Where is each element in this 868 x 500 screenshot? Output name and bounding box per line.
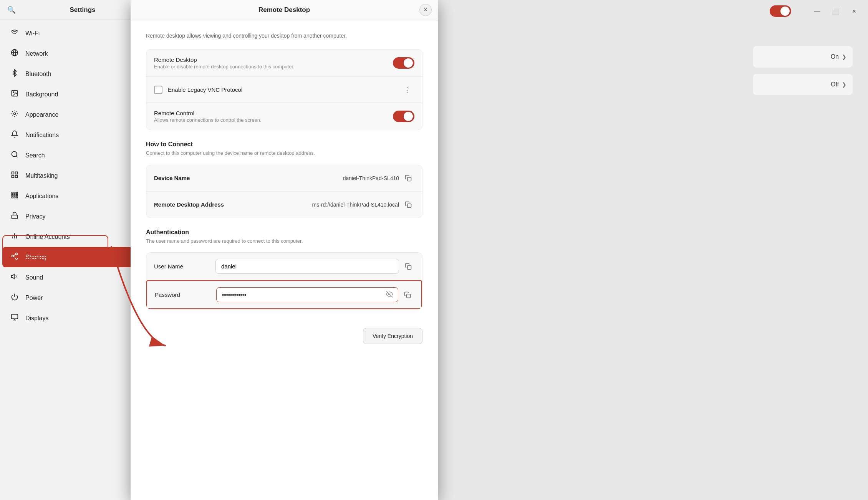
copy-password-button[interactable] xyxy=(401,289,414,301)
info-box-off-value: Off xyxy=(831,81,839,88)
username-input-container xyxy=(215,259,399,274)
sharing-icon xyxy=(10,252,19,262)
right-info-boxes: On ❯ Off ❯ xyxy=(753,46,853,95)
remote-address-label: Remote Desktop Address xyxy=(154,201,239,208)
copy-device-name-button[interactable] xyxy=(402,172,414,184)
copy-remote-address-button[interactable] xyxy=(402,199,414,211)
device-name-row: Device Name daniel-ThinkPad-SL410 xyxy=(146,165,422,192)
svg-rect-8 xyxy=(12,172,14,174)
sound-icon xyxy=(10,273,19,282)
applications-icon xyxy=(10,191,19,201)
search-button[interactable]: 🔍 xyxy=(5,3,18,17)
svg-marker-27 xyxy=(12,274,15,279)
copy-username-button[interactable] xyxy=(402,260,414,273)
svg-rect-34 xyxy=(407,265,411,269)
how-to-connect-title: How to Connect xyxy=(146,141,422,148)
minimize-button[interactable]: — xyxy=(811,5,823,18)
background-icon xyxy=(10,89,19,99)
remote-control-label: Remote Control xyxy=(154,110,393,116)
toggle-knob xyxy=(780,7,790,16)
remote-address-value: ms-rd://daniel-ThinkPad-SL410.local xyxy=(239,202,399,208)
svg-rect-19 xyxy=(14,197,15,198)
svg-line-7 xyxy=(16,156,18,157)
svg-rect-29 xyxy=(12,315,18,319)
svg-rect-15 xyxy=(12,194,13,195)
remote-control-info: Remote Control Allows remote connections… xyxy=(154,110,393,123)
modal-content: Remote desktop allows viewing and contro… xyxy=(131,20,438,500)
info-box-off[interactable]: Off ❯ xyxy=(753,74,853,95)
svg-rect-12 xyxy=(12,192,13,194)
remote-desktop-modal: Remote Desktop × Remote desktop allows v… xyxy=(131,0,438,500)
legacy-vnc-checkbox[interactable] xyxy=(154,86,162,94)
remote-control-control xyxy=(393,111,414,122)
displays-icon xyxy=(10,313,19,323)
sidebar-item-label-privacy: Privacy xyxy=(25,213,144,220)
authentication-desc: The user name and password are required … xyxy=(146,237,422,245)
main-toggle[interactable] xyxy=(770,5,791,17)
close-window-button[interactable]: × xyxy=(848,5,860,18)
svg-rect-18 xyxy=(12,197,13,198)
device-name-label: Device Name xyxy=(154,175,239,181)
password-label: Password xyxy=(155,291,216,298)
password-row: Password xyxy=(146,280,422,309)
svg-rect-17 xyxy=(16,194,17,195)
svg-rect-21 xyxy=(12,215,18,219)
legacy-vnc-control: ⋮ xyxy=(401,84,414,96)
remote-desktop-toggle[interactable] xyxy=(393,57,414,69)
verify-encryption-button[interactable]: Verify Encryption xyxy=(363,328,422,344)
svg-rect-36 xyxy=(407,294,411,298)
info-box-off-chevron: ❯ xyxy=(842,81,846,88)
restore-button[interactable]: ⬜ xyxy=(830,5,842,18)
legacy-vnc-info: Enable Legacy VNC Protocol xyxy=(168,86,401,93)
modal-description: Remote desktop allows viewing and contro… xyxy=(146,32,422,40)
remote-desktop-card: Remote Desktop Enable or disable remote … xyxy=(146,49,422,130)
authentication-header: Authentication The user name and passwor… xyxy=(146,229,422,245)
svg-rect-20 xyxy=(16,197,17,198)
svg-rect-14 xyxy=(16,192,17,194)
three-dot-menu[interactable]: ⋮ xyxy=(401,84,414,96)
username-label: User Name xyxy=(154,263,215,270)
remote-desktop-sublabel: Enable or disable remote desktop connect… xyxy=(154,64,393,70)
remote-control-row: Remote Control Allows remote connections… xyxy=(146,103,422,130)
svg-rect-9 xyxy=(15,172,18,174)
remote-control-knob xyxy=(404,112,413,121)
sidebar-item-label-applications: Applications xyxy=(25,193,144,200)
toggle-password-visibility-button[interactable] xyxy=(384,289,394,301)
info-box-on-chevron: ❯ xyxy=(842,54,846,60)
multitasking-icon xyxy=(10,171,19,180)
username-input[interactable] xyxy=(215,259,399,274)
username-row: User Name xyxy=(146,253,422,280)
info-box-on[interactable]: On ❯ xyxy=(753,46,853,68)
remote-address-row: Remote Desktop Address ms-rd://daniel-Th… xyxy=(146,192,422,218)
svg-rect-33 xyxy=(407,204,411,207)
modal-close-button[interactable]: × xyxy=(419,4,432,16)
connection-info-card: Device Name daniel-ThinkPad-SL410 Remote… xyxy=(146,165,422,218)
svg-rect-32 xyxy=(407,177,411,181)
svg-rect-10 xyxy=(15,175,18,178)
notifications-icon xyxy=(10,130,19,140)
svg-point-4 xyxy=(13,92,14,93)
wifi-icon xyxy=(10,28,19,38)
remote-control-toggle[interactable] xyxy=(393,111,414,122)
network-icon xyxy=(10,49,19,58)
authentication-title: Authentication xyxy=(146,229,422,236)
info-box-on-value: On xyxy=(831,53,839,60)
password-input[interactable] xyxy=(216,287,398,302)
svg-point-22 xyxy=(16,253,18,255)
authentication-card: User Name Password xyxy=(146,252,422,310)
svg-point-24 xyxy=(16,257,18,259)
modal-title: Remote Desktop xyxy=(258,6,310,14)
svg-point-23 xyxy=(12,255,14,257)
svg-point-5 xyxy=(14,113,16,115)
settings-title: Settings xyxy=(22,6,143,14)
device-name-value: daniel-ThinkPad-SL410 xyxy=(239,175,399,181)
svg-line-25 xyxy=(13,257,16,258)
how-to-connect-header: How to Connect Connect to this computer … xyxy=(146,141,422,157)
remote-desktop-label: Remote Desktop xyxy=(154,56,393,63)
remote-control-sublabel: Allows remote connections to control the… xyxy=(154,117,393,123)
svg-rect-16 xyxy=(14,194,15,195)
svg-rect-11 xyxy=(12,175,14,178)
svg-rect-13 xyxy=(14,192,15,194)
password-input-container xyxy=(216,287,398,302)
online-accounts-icon xyxy=(10,232,19,242)
